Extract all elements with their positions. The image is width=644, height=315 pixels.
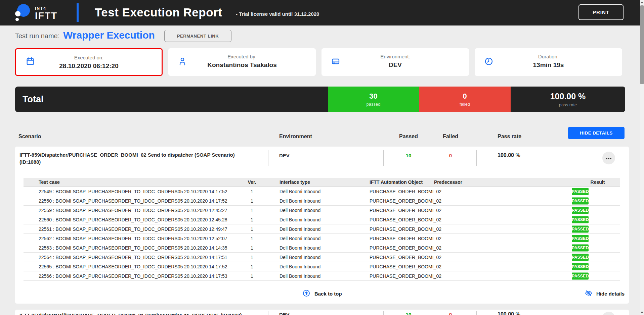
total-passed-count: 30: [369, 92, 377, 101]
test-run-name-value: Wrapper Execution: [63, 30, 155, 41]
test-case-automation-object: PURCHASE_ORDER_BOOMI_02: [370, 198, 441, 204]
test-case-row[interactable]: 22563 : BOOMI SOAP_PURCHASEORDER_TO_IDOC…: [24, 243, 620, 253]
test-case-table-header: Test case Ver. Interface type IFTT Autom…: [24, 178, 620, 187]
test-case-interface-type: Dell Boomi Inbound: [280, 189, 320, 194]
column-header-scenario: Scenario: [18, 134, 41, 140]
test-case-version: 1: [244, 264, 260, 269]
test-case-automation-object: PURCHASE_ORDER_BOOMI_02: [370, 226, 441, 232]
test-case-row[interactable]: 22565 : BOOMI SOAP_PURCHASEORDER_TO_IDOC…: [24, 262, 620, 271]
scenario-divider: [476, 311, 477, 315]
scenario-pass-rate: 100.00 %: [498, 152, 520, 158]
test-case-row[interactable]: 22564 : BOOMI SOAP_PURCHASEORDER_TO_IDOC…: [24, 253, 620, 262]
test-case-automation-object: PURCHASE_ORDER_BOOMI_02: [370, 217, 441, 222]
next-scenario-environment: DEV: [279, 312, 290, 315]
test-case-name: 22549 : BOOMI SOAP_PURCHASEORDER_TO_IDOC…: [39, 189, 227, 194]
next-scenario-passed-count: 10: [406, 312, 412, 315]
executed-on-label: Executed on:: [16, 55, 162, 60]
scrollbar-down-arrow[interactable]: [641, 312, 643, 314]
arrow-up-circle-icon: [302, 289, 310, 298]
logo-text-iftt: IFTT: [35, 11, 57, 20]
test-case-automation-object: PURCHASE_ORDER_BOOMI_02: [370, 245, 441, 251]
next-scenario-more-options-button[interactable]: [602, 312, 615, 315]
executed-by-label: Executed by:: [168, 54, 316, 59]
column-header-environment: Environment: [279, 134, 312, 140]
test-case-row[interactable]: 22562 : BOOMI SOAP_PURCHASEORDER_TO_IDOC…: [24, 234, 620, 243]
scenario-card: IFTT-859/Dispatcher/PURCHASE_ORDER_BOOMI…: [15, 147, 629, 304]
test-case-name: 22561 : BOOMI SOAP_PURCHASEORDER_TO_IDOC…: [39, 226, 227, 232]
test-case-version: 1: [244, 245, 260, 251]
test-case-row[interactable]: 22559 : BOOMI SOAP_PURCHASEORDER_TO_IDOC…: [24, 206, 620, 215]
server-icon: [331, 57, 340, 67]
test-case-row[interactable]: 22550 : BOOMI SOAP_PURCHASEORDER_TO_IDOC…: [24, 196, 620, 206]
test-case-version: 1: [244, 189, 260, 194]
test-case-automation-object: PURCHASE_ORDER_BOOMI_02: [370, 208, 441, 213]
scenario-more-options-button[interactable]: [602, 152, 615, 164]
test-case-name: 22562 : BOOMI SOAP_PURCHASEORDER_TO_IDOC…: [39, 236, 227, 241]
test-case-row[interactable]: 22561 : BOOMI SOAP_PURCHASEORDER_TO_IDOC…: [24, 224, 620, 234]
scrollbar-thumb[interactable]: [640, 5, 644, 84]
test-case-table: Test case Ver. Interface type IFTT Autom…: [24, 178, 620, 281]
header-ver: Ver.: [244, 179, 260, 185]
hide-details-link[interactable]: Hide details: [585, 289, 625, 298]
scrollbar-up-arrow[interactable]: [641, 1, 643, 3]
scenario-passed-count: 10: [406, 153, 412, 158]
test-case-row[interactable]: 22566 : BOOMI SOAP_PURCHASEORDER_TO_IDOC…: [24, 271, 620, 281]
page-title: Test Execution Report: [95, 6, 222, 19]
test-case-version: 1: [244, 236, 260, 241]
total-pass-rate-label: pass rate: [559, 102, 577, 107]
test-case-automation-object: PURCHASE_ORDER_BOOMI_02: [370, 264, 441, 269]
hide-details-button[interactable]: HIDE DETAILS: [568, 127, 625, 139]
test-case-name: 22563 : BOOMI SOAP_PURCHASEORDER_TO_IDOC…: [39, 245, 227, 251]
test-case-rows: 22549 : BOOMI SOAP_PURCHASEORDER_TO_IDOC…: [24, 187, 620, 281]
executed-on-card: Executed on: 28.10.2020 06:12:20: [15, 48, 163, 76]
scenario-divider: [268, 311, 268, 315]
test-case-interface-type: Dell Boomi Inbound: [280, 198, 320, 204]
duration-value: 13min 19s: [475, 61, 622, 69]
test-case-row[interactable]: 22560 : BOOMI SOAP_PURCHASEORDER_TO_IDOC…: [24, 215, 620, 224]
int4-logo-icon: [13, 3, 32, 24]
calendar-icon: [26, 57, 35, 67]
scenario-divider: [476, 150, 477, 166]
back-to-top-link[interactable]: Back to top: [302, 289, 342, 298]
next-scenario-pass-rate: 100.00 %: [498, 311, 520, 315]
test-case-name: 22550 : BOOMI SOAP_PURCHASEORDER_TO_IDOC…: [39, 198, 227, 204]
test-case-name: 22564 : BOOMI SOAP_PURCHASEORDER_TO_IDOC…: [39, 255, 227, 260]
test-case-interface-type: Dell Boomi Inbound: [280, 208, 320, 213]
header-automation-object: IFTT Automation Object: [370, 179, 423, 185]
license-note: - Trial license valid until 31.12.2020: [236, 11, 319, 17]
scenario-environment: DEV: [279, 153, 290, 158]
total-pass-rate-section: 100.00 % pass rate: [511, 87, 625, 112]
result-passed-badge: PASSED: [572, 254, 589, 261]
test-case-automation-object: PURCHASE_ORDER_BOOMI_02: [370, 273, 441, 279]
duration-card: Duration: 13min 19s: [475, 48, 622, 76]
total-failed-count: 0: [463, 92, 467, 101]
environment-value: DEV: [321, 61, 469, 69]
total-pass-rate-value: 100.00 %: [550, 92, 586, 101]
test-execution-report-page: INT4 IFTT Test Execution Report - Trial …: [0, 0, 644, 315]
test-case-row[interactable]: 22549 : BOOMI SOAP_PURCHASEORDER_TO_IDOC…: [24, 187, 620, 196]
result-passed-badge: PASSED: [572, 272, 589, 279]
result-passed-badge: PASSED: [572, 216, 589, 223]
test-case-automation-object: PURCHASE_ORDER_BOOMI_02: [370, 236, 441, 241]
print-button[interactable]: PRINT: [578, 4, 624, 20]
test-case-interface-type: Dell Boomi Inbound: [280, 255, 320, 260]
result-passed-badge: PASSED: [572, 263, 589, 270]
test-case-name: 22560 : BOOMI SOAP_PURCHASEORDER_TO_IDOC…: [39, 217, 227, 222]
vertical-scrollbar[interactable]: [640, 0, 644, 315]
column-header-passed: Passed: [399, 134, 418, 140]
test-case-version: 1: [244, 255, 260, 260]
test-case-version: 1: [244, 273, 260, 279]
result-passed-badge: PASSED: [572, 235, 589, 242]
app-header: INT4 IFTT Test Execution Report - Trial …: [0, 0, 640, 25]
permanent-link-button[interactable]: PERMANENT LINK: [164, 30, 231, 42]
column-header-failed: Failed: [443, 134, 458, 140]
logo-text-int4: INT4: [35, 6, 57, 10]
result-passed-badge: PASSED: [572, 225, 589, 232]
total-label-section: Total: [15, 87, 328, 112]
next-scenario-card: IFTT-859/DirectCall/PURCHASE_ORDER_BOOMI…: [15, 310, 629, 315]
total-summary-bar: Total 30 passed 0 failed 100.00 % pass r…: [15, 87, 625, 112]
test-case-name: 22565 : BOOMI SOAP_PURCHASEORDER_TO_IDOC…: [39, 264, 227, 269]
result-passed-badge: PASSED: [572, 207, 589, 214]
total-passed-section: 30 passed: [328, 87, 419, 112]
result-passed-badge: PASSED: [572, 244, 589, 251]
